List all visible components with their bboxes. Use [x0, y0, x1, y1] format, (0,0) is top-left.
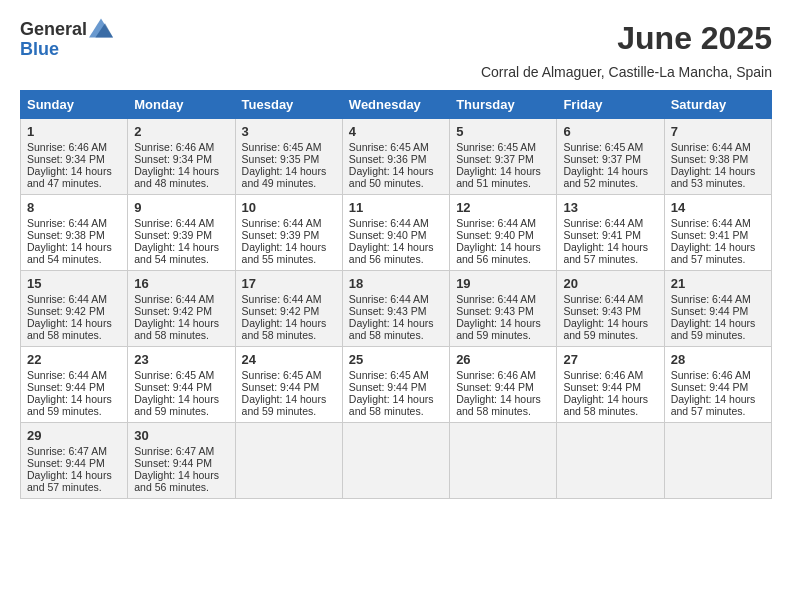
sunrise-text: Sunrise: 6:46 AM — [671, 369, 751, 381]
day-number: 9 — [134, 200, 228, 215]
daylight-text: Daylight: 14 hours and 54 minutes. — [134, 241, 219, 265]
calendar-day-cell: 19Sunrise: 6:44 AMSunset: 9:43 PMDayligh… — [450, 270, 557, 346]
sunrise-text: Sunrise: 6:45 AM — [242, 369, 322, 381]
sunrise-text: Sunrise: 6:44 AM — [134, 293, 214, 305]
title-block: June 2025 — [617, 20, 772, 57]
day-number: 18 — [349, 276, 443, 291]
daylight-text: Daylight: 14 hours and 57 minutes. — [671, 393, 756, 417]
day-number: 12 — [456, 200, 550, 215]
calendar-day-cell: 11Sunrise: 6:44 AMSunset: 9:40 PMDayligh… — [342, 194, 449, 270]
calendar-day-cell: 24Sunrise: 6:45 AMSunset: 9:44 PMDayligh… — [235, 346, 342, 422]
day-number: 25 — [349, 352, 443, 367]
header: General Blue June 2025 — [20, 20, 772, 60]
day-number: 8 — [27, 200, 121, 215]
sunrise-text: Sunrise: 6:47 AM — [134, 445, 214, 457]
calendar-day-cell: 30Sunrise: 6:47 AMSunset: 9:44 PMDayligh… — [128, 422, 235, 498]
daylight-text: Daylight: 14 hours and 59 minutes. — [563, 317, 648, 341]
calendar-week-row: 15Sunrise: 6:44 AMSunset: 9:42 PMDayligh… — [21, 270, 772, 346]
daylight-text: Daylight: 14 hours and 55 minutes. — [242, 241, 327, 265]
sunset-text: Sunset: 9:42 PM — [27, 305, 105, 317]
empty-cell — [342, 422, 449, 498]
daylight-text: Daylight: 14 hours and 58 minutes. — [349, 393, 434, 417]
day-number: 11 — [349, 200, 443, 215]
day-number: 4 — [349, 124, 443, 139]
calendar-week-row: 1Sunrise: 6:46 AMSunset: 9:34 PMDaylight… — [21, 118, 772, 194]
calendar-day-cell: 9Sunrise: 6:44 AMSunset: 9:39 PMDaylight… — [128, 194, 235, 270]
sunset-text: Sunset: 9:44 PM — [242, 381, 320, 393]
day-number: 17 — [242, 276, 336, 291]
sunrise-text: Sunrise: 6:44 AM — [242, 217, 322, 229]
calendar-day-cell: 6Sunrise: 6:45 AMSunset: 9:37 PMDaylight… — [557, 118, 664, 194]
calendar-week-row: 22Sunrise: 6:44 AMSunset: 9:44 PMDayligh… — [21, 346, 772, 422]
day-number: 5 — [456, 124, 550, 139]
col-thursday: Thursday — [450, 90, 557, 118]
sunrise-text: Sunrise: 6:44 AM — [671, 293, 751, 305]
sunrise-text: Sunrise: 6:46 AM — [134, 141, 214, 153]
day-number: 14 — [671, 200, 765, 215]
daylight-text: Daylight: 14 hours and 59 minutes. — [27, 393, 112, 417]
daylight-text: Daylight: 14 hours and 57 minutes. — [671, 241, 756, 265]
daylight-text: Daylight: 14 hours and 56 minutes. — [134, 469, 219, 493]
calendar-day-cell: 16Sunrise: 6:44 AMSunset: 9:42 PMDayligh… — [128, 270, 235, 346]
day-number: 2 — [134, 124, 228, 139]
sunrise-text: Sunrise: 6:46 AM — [27, 141, 107, 153]
day-number: 26 — [456, 352, 550, 367]
calendar-day-cell: 21Sunrise: 6:44 AMSunset: 9:44 PMDayligh… — [664, 270, 771, 346]
sunset-text: Sunset: 9:37 PM — [456, 153, 534, 165]
sunrise-text: Sunrise: 6:45 AM — [456, 141, 536, 153]
sunrise-text: Sunrise: 6:45 AM — [563, 141, 643, 153]
day-number: 15 — [27, 276, 121, 291]
daylight-text: Daylight: 14 hours and 47 minutes. — [27, 165, 112, 189]
empty-cell — [235, 422, 342, 498]
sunset-text: Sunset: 9:43 PM — [563, 305, 641, 317]
logo-general: General — [20, 20, 87, 40]
day-number: 6 — [563, 124, 657, 139]
sunrise-text: Sunrise: 6:44 AM — [671, 217, 751, 229]
sunset-text: Sunset: 9:44 PM — [563, 381, 641, 393]
daylight-text: Daylight: 14 hours and 50 minutes. — [349, 165, 434, 189]
daylight-text: Daylight: 14 hours and 56 minutes. — [349, 241, 434, 265]
day-number: 27 — [563, 352, 657, 367]
sunset-text: Sunset: 9:42 PM — [134, 305, 212, 317]
daylight-text: Daylight: 14 hours and 59 minutes. — [134, 393, 219, 417]
logo: General Blue — [20, 20, 113, 60]
sunset-text: Sunset: 9:38 PM — [671, 153, 749, 165]
sunrise-text: Sunrise: 6:44 AM — [456, 217, 536, 229]
sunrise-text: Sunrise: 6:44 AM — [27, 369, 107, 381]
sunset-text: Sunset: 9:44 PM — [27, 381, 105, 393]
sunrise-text: Sunrise: 6:44 AM — [27, 293, 107, 305]
logo-icon — [89, 18, 113, 38]
calendar-day-cell: 27Sunrise: 6:46 AMSunset: 9:44 PMDayligh… — [557, 346, 664, 422]
daylight-text: Daylight: 14 hours and 54 minutes. — [27, 241, 112, 265]
daylight-text: Daylight: 14 hours and 59 minutes. — [671, 317, 756, 341]
sunrise-text: Sunrise: 6:44 AM — [27, 217, 107, 229]
col-friday: Friday — [557, 90, 664, 118]
calendar-day-cell: 23Sunrise: 6:45 AMSunset: 9:44 PMDayligh… — [128, 346, 235, 422]
daylight-text: Daylight: 14 hours and 52 minutes. — [563, 165, 648, 189]
month-title: June 2025 — [617, 20, 772, 57]
daylight-text: Daylight: 14 hours and 58 minutes. — [242, 317, 327, 341]
day-number: 7 — [671, 124, 765, 139]
calendar-day-cell: 15Sunrise: 6:44 AMSunset: 9:42 PMDayligh… — [21, 270, 128, 346]
calendar-day-cell: 18Sunrise: 6:44 AMSunset: 9:43 PMDayligh… — [342, 270, 449, 346]
sunrise-text: Sunrise: 6:45 AM — [242, 141, 322, 153]
sunset-text: Sunset: 9:44 PM — [134, 381, 212, 393]
sunrise-text: Sunrise: 6:44 AM — [563, 293, 643, 305]
sunrise-text: Sunrise: 6:44 AM — [563, 217, 643, 229]
daylight-text: Daylight: 14 hours and 58 minutes. — [349, 317, 434, 341]
sunset-text: Sunset: 9:37 PM — [563, 153, 641, 165]
daylight-text: Daylight: 14 hours and 59 minutes. — [242, 393, 327, 417]
calendar-day-cell: 26Sunrise: 6:46 AMSunset: 9:44 PMDayligh… — [450, 346, 557, 422]
day-number: 16 — [134, 276, 228, 291]
daylight-text: Daylight: 14 hours and 48 minutes. — [134, 165, 219, 189]
sunset-text: Sunset: 9:44 PM — [134, 457, 212, 469]
calendar-header-row: Sunday Monday Tuesday Wednesday Thursday… — [21, 90, 772, 118]
day-number: 21 — [671, 276, 765, 291]
sunset-text: Sunset: 9:44 PM — [671, 305, 749, 317]
calendar-day-cell: 10Sunrise: 6:44 AMSunset: 9:39 PMDayligh… — [235, 194, 342, 270]
col-sunday: Sunday — [21, 90, 128, 118]
calendar-day-cell: 12Sunrise: 6:44 AMSunset: 9:40 PMDayligh… — [450, 194, 557, 270]
subtitle: Corral de Almaguer, Castille-La Mancha, … — [20, 64, 772, 80]
calendar-table: Sunday Monday Tuesday Wednesday Thursday… — [20, 90, 772, 499]
day-number: 10 — [242, 200, 336, 215]
